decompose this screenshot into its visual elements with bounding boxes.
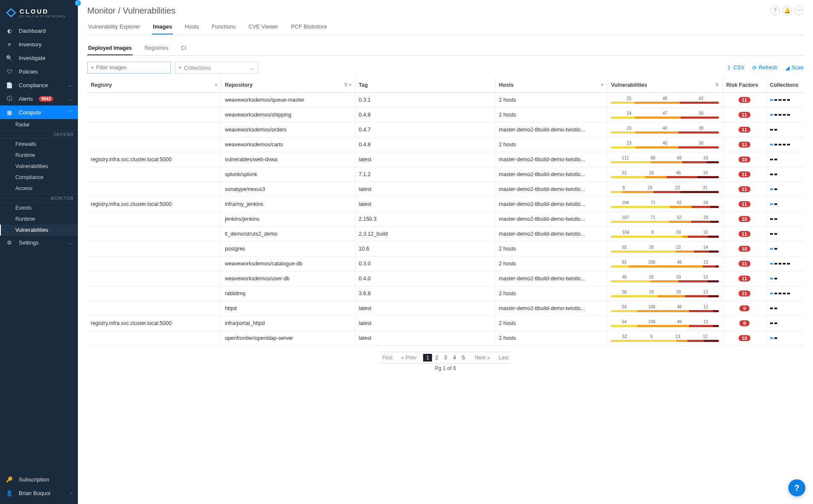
help-fab[interactable]: ? bbox=[788, 479, 805, 496]
sidebar-sub-radar[interactable]: Radar bbox=[0, 119, 78, 130]
nav-label: Compliance bbox=[19, 82, 48, 88]
help-button[interactable]: ? bbox=[770, 6, 780, 15]
tab-pcf-blobstore[interactable]: PCF Blobstore bbox=[290, 20, 328, 34]
table-row[interactable]: httpdlatestmaster-demo2-tlbuild-demo-twi… bbox=[87, 301, 804, 316]
filter-icon[interactable]: ▾ bbox=[601, 82, 604, 88]
filter-images-input-wrap[interactable]: ▾ bbox=[87, 62, 171, 74]
sidebar-sub-monitor-runtime[interactable]: Runtime bbox=[0, 214, 78, 225]
sidebar-item-dashboard[interactable]: ◐Dashboard bbox=[0, 24, 78, 37]
export-csv-button[interactable]: ⇪CSV bbox=[727, 65, 744, 71]
col-repository[interactable]: Repository⇅ ▾ bbox=[221, 78, 355, 93]
col-hosts[interactable]: Hosts▾ bbox=[495, 78, 607, 93]
subtab-ci[interactable]: CI bbox=[180, 43, 187, 55]
cell-vulnerabilities: 234038 bbox=[607, 137, 723, 152]
cell-collections bbox=[766, 256, 804, 271]
sidebar-sub-vulnerabilities[interactable]: Vulnerabilities bbox=[0, 161, 78, 172]
col-risk-factors[interactable]: Risk Factors bbox=[723, 78, 766, 93]
sidebar-subscription[interactable]: 🔑 Subscription bbox=[0, 473, 78, 486]
cell-vulnerabilities: 244739 bbox=[607, 108, 723, 122]
notifications-button[interactable]: 🔔 bbox=[782, 6, 792, 15]
sidebar-sub-monitor-events[interactable]: Events bbox=[0, 202, 78, 214]
cell-risk: 11 bbox=[723, 182, 766, 197]
brand-logo[interactable]: CLOUD BY PALO ALTO NETWORKS bbox=[0, 0, 78, 24]
activity-button[interactable]: 〰 bbox=[794, 6, 804, 15]
sidebar-sub-firewalls[interactable]: Firewalls bbox=[0, 139, 78, 150]
collections-dropdown[interactable]: ▾ Collections ⌄ bbox=[175, 62, 258, 74]
sidebar-item-inventory[interactable]: ≡Inventory bbox=[0, 37, 78, 51]
sidebar-item-compute[interactable]: ▦Compute⌃ bbox=[0, 105, 78, 119]
sidebar-item-alerts[interactable]: ⓘAlerts9942⌄ bbox=[0, 92, 78, 105]
sidebar-sub-access[interactable]: Access bbox=[0, 183, 78, 194]
sidebar-item-settings[interactable]: ⚙Settings⌄ bbox=[0, 236, 78, 249]
filter-icon[interactable]: ▾ bbox=[215, 82, 218, 88]
table-row[interactable]: postgres10.62 hosts9226221410 bbox=[87, 242, 804, 256]
cell-tag: 10.6 bbox=[355, 242, 495, 256]
table-row[interactable]: tl_demo/struts2_demo2.3.12_buildmaster-d… bbox=[87, 227, 804, 242]
page-5[interactable]: 5 bbox=[459, 354, 468, 362]
tab-cve-viewer[interactable]: CVE Viewer bbox=[248, 20, 279, 34]
cell-tag: 0.4.8 bbox=[355, 108, 495, 122]
cell-hosts: 2 hosts bbox=[495, 316, 607, 331]
refresh-button[interactable]: ⟳Refresh bbox=[752, 65, 778, 71]
collection-dot bbox=[783, 99, 786, 101]
page-3[interactable]: 3 bbox=[441, 354, 450, 362]
col-collections[interactable]: Collections bbox=[766, 78, 804, 93]
table-row[interactable]: rabbitmq3.6.82 hosts5633281311 bbox=[87, 286, 804, 301]
sort-icon[interactable]: ⇅ bbox=[715, 82, 719, 88]
page-next[interactable]: Next » bbox=[473, 354, 492, 362]
sidebar-sub-compliance[interactable]: Compliance bbox=[0, 172, 78, 183]
cell-vulnerabilities: 234038 bbox=[607, 122, 723, 137]
table-row[interactable]: registry.infra.svc.cluster.local:5000vul… bbox=[87, 152, 804, 167]
scan-button[interactable]: ◢Scan bbox=[785, 65, 804, 71]
filter-images-input[interactable] bbox=[96, 65, 167, 71]
page-4[interactable]: 4 bbox=[450, 354, 459, 362]
sidebar-sub-runtime[interactable]: Runtime bbox=[0, 150, 78, 161]
alert-count-badge: 9942 bbox=[39, 96, 53, 102]
tab-hosts[interactable]: Hosts bbox=[184, 20, 200, 34]
chevron-down-icon: ⌃ bbox=[68, 110, 72, 115]
table-row[interactable]: weaveworksdemos/user-db0.4.0master-demo2… bbox=[87, 271, 804, 286]
main-panel: Monitor / Vulnerabilities ? 🔔 〰 Vulnerab… bbox=[78, 0, 813, 504]
table-row[interactable]: splunk/splunk7.1.2master-demo2-tlbuild-d… bbox=[87, 167, 804, 182]
cell-registry bbox=[87, 271, 221, 286]
table-row[interactable]: jenkins/jenkins2.150.3master-demo2-tlbui… bbox=[87, 212, 804, 227]
page-last[interactable]: Last bbox=[497, 354, 510, 362]
sidebar-collapse-toggle[interactable] bbox=[75, 0, 81, 6]
cell-collections bbox=[766, 212, 804, 227]
collection-dot bbox=[774, 308, 777, 309]
tab-functions[interactable]: Functions bbox=[211, 20, 236, 34]
sort-icon[interactable]: ⇅ bbox=[344, 82, 348, 87]
table-row[interactable]: sonatype/nexus3latestmaster-demo2-tlbuil… bbox=[87, 182, 804, 197]
cell-repository: weaveworksdemos/user-db bbox=[221, 271, 355, 286]
sidebar-item-policies[interactable]: 🛡Policies bbox=[0, 65, 78, 78]
page-2[interactable]: 2 bbox=[432, 354, 441, 362]
sidebar-user[interactable]: 👤 Brian Buquoi › bbox=[0, 486, 78, 500]
table-row[interactable]: weaveworksdemos/catalogue-db0.3.02 hosts… bbox=[87, 256, 804, 271]
tab-images[interactable]: Images bbox=[152, 20, 173, 34]
table-row[interactable]: registry.infra.svc.cluster.local:5000inf… bbox=[87, 316, 804, 331]
cell-registry: registry.infra.svc.cluster.local:5000 bbox=[87, 316, 221, 331]
page-1[interactable]: 1 bbox=[423, 354, 432, 362]
cell-risk: 11 bbox=[723, 108, 766, 122]
table-row[interactable]: weaveworksdemos/queue-master0.3.12 hosts… bbox=[87, 93, 804, 108]
tab-vulnerability-explorer[interactable]: Vulnerability Explorer bbox=[87, 20, 141, 34]
risk-badge: 11 bbox=[739, 201, 750, 207]
table-row[interactable]: openfrontier/openldap-serverlatest2 host… bbox=[87, 331, 804, 346]
page-prev[interactable]: « Prev bbox=[399, 354, 418, 362]
sidebar-item-investigate[interactable]: 🔍Investigate bbox=[0, 51, 78, 65]
table-row[interactable]: weaveworksdemos/carts0.4.82 hosts2340381… bbox=[87, 137, 804, 152]
sidebar-item-compliance[interactable]: 📄Compliance⌄ bbox=[0, 78, 78, 92]
col-registry[interactable]: Registry▾ bbox=[87, 78, 221, 93]
cell-repository: weaveworksdemos/shipping bbox=[221, 108, 355, 122]
sidebar-sub-monitor-vulnerabilities[interactable]: Vulnerabilities bbox=[0, 225, 78, 236]
page-first[interactable]: First bbox=[381, 354, 394, 362]
table-row[interactable]: registry.infra.svc.cluster.local:5000inf… bbox=[87, 197, 804, 212]
table-row[interactable]: weaveworksdemos/orders0.4.7master-demo2-… bbox=[87, 122, 804, 137]
col-tag[interactable]: Tag bbox=[355, 78, 495, 93]
col-vulnerabilities[interactable]: Vulnerabilities⇅ bbox=[607, 78, 723, 93]
filter-icon[interactable]: ▾ bbox=[349, 82, 352, 87]
subtab-deployed-images[interactable]: Deployed Images bbox=[87, 43, 133, 55]
table-row[interactable]: weaveworksdemos/shipping0.4.82 hosts2447… bbox=[87, 108, 804, 122]
subtab-registries[interactable]: Registries bbox=[144, 43, 169, 55]
refresh-icon: ⟳ bbox=[752, 65, 757, 71]
